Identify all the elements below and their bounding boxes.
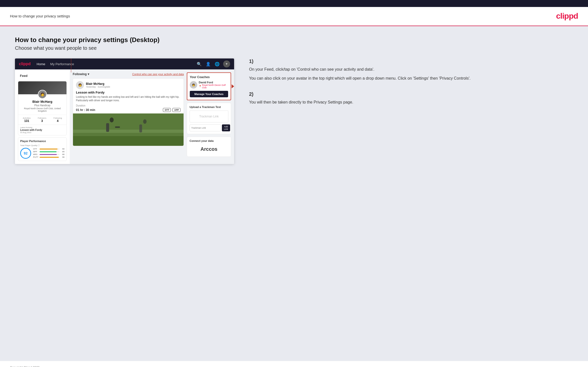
search-icon[interactable]: 🔍 [196,61,202,67]
svg-point-3 [110,117,114,122]
arccos-brand: Arccos [190,144,228,154]
annotation-line-vertical [71,58,71,72]
profile-card: 🧑 Blair McHarg Plus Handicap Royal North… [18,81,67,135]
following-label: Following [73,72,87,76]
step2-text: You will then be taken directly to the P… [249,99,573,105]
quality-bars: OTT 90 APP 85 ARG [33,148,65,159]
app-nav-icons: 🔍 👤 🌐 ▼ [196,60,230,67]
header: How to change your privacy settings clip… [0,7,588,26]
duration-value: 01 hr : 30 min [76,108,95,112]
app-nav-logo: clippd [19,62,31,66]
instruction-step1: 1) On your Feed, click/tap on 'Control w… [249,58,573,81]
copyright: Copyright Clippd 2022 [10,366,40,367]
main-content: How to change your privacy settings (Des… [0,26,588,361]
control-privacy-link[interactable]: Control who can see your activity and da… [132,73,184,76]
profile-handicap: Plus Handicap [20,104,65,107]
trackman-title: Upload a Trackman Test [190,105,228,108]
total-quality-label: Total Player Quality ⓘ [20,144,65,147]
app-mockup: clippd Home My Performance 🔍 👤 🌐 ▼ [15,58,234,164]
user-icon[interactable]: 👤 [205,61,211,67]
trackman-input-row: Add Link [190,124,228,131]
arrow-right-icon [232,84,234,88]
player-performance-title: Player Performance [20,140,65,143]
quality-row-putt: PUTT 96 [33,156,65,158]
step2-number: 2) [249,91,573,97]
location-icon: 📍 [199,85,201,88]
post-tags: OTT APP [163,108,181,112]
feed-tab[interactable]: Feed [18,72,67,79]
nav-link-performance[interactable]: My Performance [50,62,74,66]
svg-point-6 [143,119,147,124]
latest-activity: Latest Activity Lesson with Fordy 03 Aug… [18,125,66,135]
quality-row-arg: ARG 86 [33,153,65,156]
coaches-highlight-box: Your Coaches 🧑 David Ford 📍 Royal North … [187,72,231,100]
stat-following-label: Following [54,117,62,119]
quality-circle: 92 [20,148,31,159]
post-username: Blair McHarg [86,82,110,86]
step1-number: 1) [249,58,573,64]
page-subheading: Choose what you want people to see [15,45,573,51]
post-image [73,113,184,146]
step1-text1: On your Feed, click/tap on 'Control who … [249,66,573,73]
top-bar [0,0,588,7]
svg-rect-4 [106,123,109,132]
trackman-placeholder: Trackman Link [190,110,228,122]
tag-ott: OTT [163,108,171,112]
profile-name: Blair McHarg [20,100,65,104]
post-duration-section: Duration [73,104,184,108]
following-bar: Following ▾ Control who can see your act… [73,72,184,76]
step1-text: On your Feed, click/tap on 'Control who … [249,66,573,81]
post-avatar: 🧑 [76,81,84,89]
profile-club: Royal North Devon Golf Club, United King… [20,107,65,112]
latest-activity-date: 03 Aug 2022 [20,131,65,134]
latest-activity-label: Latest Activity [20,126,65,129]
svg-rect-2 [73,130,184,133]
golfer-image [73,113,184,146]
coaches-card: Your Coaches 🧑 David Ford 📍 Royal North … [187,73,231,100]
app-nav: clippd Home My Performance 🔍 👤 🌐 ▼ [15,58,234,69]
svg-rect-5 [115,126,120,128]
right-sidebar: Your Coaches 🧑 David Ford 📍 Royal North … [187,69,234,164]
stat-followers: Followers 3 [38,117,46,123]
nav-link-home[interactable]: Home [37,62,45,66]
manage-coaches-button[interactable]: Manage Your Coaches [190,91,228,97]
center-feed: Following ▾ Control who can see your act… [70,69,187,164]
svg-rect-7 [139,124,142,132]
stat-activities-label: Activities [23,117,31,119]
instructions-panel: 1) On your Feed, click/tap on 'Control w… [244,58,573,115]
globe-icon[interactable]: 🌐 [214,61,220,67]
post-description: Looking to feel like my hands are exitin… [73,95,184,104]
trackman-input[interactable] [190,124,221,131]
post-user-info: Blair McHarg Yesterday · Sunningdale [86,82,110,88]
user-avatar[interactable]: ▼ [223,60,230,67]
coach-info: David Ford 📍 Royal North Devon Golf Club [199,81,228,89]
app-nav-links: Home My Performance [37,62,196,66]
stat-followers-label: Followers [38,117,46,119]
clippd-logo: clippd [556,11,578,21]
screenshot-container: clippd Home My Performance 🔍 👤 🌐 ▼ [15,58,573,164]
connect-card: Connect your data Arccos [187,137,231,157]
coach-avatar: 🧑 [190,81,197,89]
add-link-button[interactable]: Add Link [222,124,230,131]
latest-activity-title: Lesson with Fordy [20,129,65,131]
following-button[interactable]: Following ▾ [73,72,89,76]
stat-activities-value: 131 [23,119,31,123]
quality-row-ott: OTT 90 [33,148,65,150]
breadcrumb: How to change your privacy settings [10,14,70,18]
trackman-card: Upload a Trackman Test Trackman Link Add… [187,103,231,134]
instruction-step2: 2) You will then be taken directly to th… [249,91,573,105]
stat-followers-value: 3 [38,119,46,123]
step2-text1: You will then be taken directly to the P… [249,99,573,105]
coaches-title: Your Coaches [190,75,228,79]
stat-following-value: 4 [54,119,62,123]
following-chevron-icon: ▾ [88,72,89,76]
post-date: Yesterday · Sunningdale [86,86,110,88]
footer: Copyright Clippd 2022 [0,361,588,367]
duration-label: Duration [76,104,85,107]
profile-banner: 🧑 [18,81,66,94]
feed-post: 🧑 Blair McHarg Yesterday · Sunningdale L… [73,78,184,146]
coach-item: 🧑 David Ford 📍 Royal North Devon Golf Cl… [190,81,228,89]
post-title: Lesson with Fordy [73,91,184,95]
quality-row-app: APP 85 [33,151,65,153]
coach-name: David Ford [199,81,228,84]
